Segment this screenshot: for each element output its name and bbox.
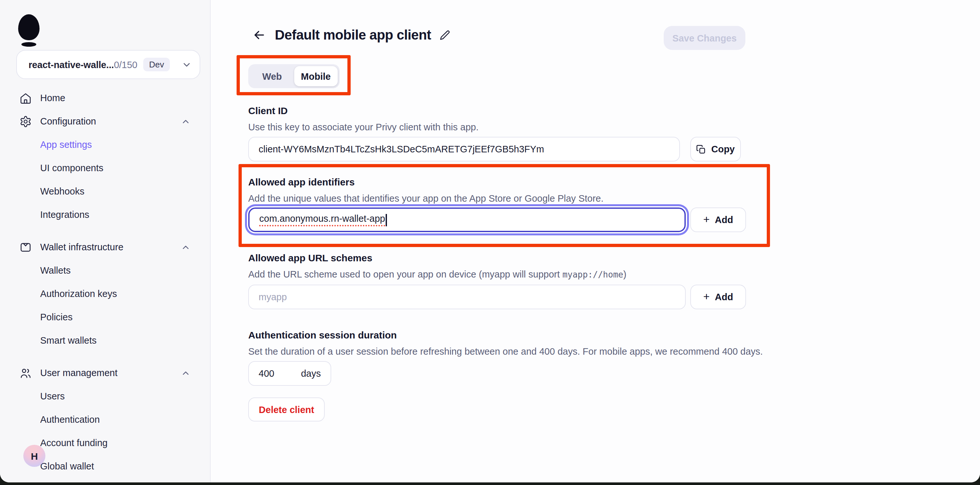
plus-icon: + xyxy=(703,214,710,225)
session-duration-label: Authentication session duration xyxy=(248,329,397,340)
privy-logo-icon xyxy=(18,14,40,47)
pencil-icon[interactable] xyxy=(439,29,450,40)
copy-button-label: Copy xyxy=(711,144,735,154)
client-id-input[interactable]: client-WY6MsMznTb4LTcZsHk3LSDeC5mARETG7j… xyxy=(248,137,680,161)
sidebar-item-authentication[interactable]: Authentication xyxy=(0,408,210,431)
sidebar-item-label: Authentication xyxy=(40,414,100,425)
save-changes-button[interactable]: Save Changes xyxy=(664,26,745,50)
app-identifier-value: com.anonymous.rn-wallet-app xyxy=(259,213,385,226)
main-content: Default mobile app client Save Changes W… xyxy=(211,0,980,482)
sidebar-item-label: Smart wallets xyxy=(40,335,97,346)
session-duration-input[interactable]: 400 days xyxy=(248,361,331,386)
tab-mobile[interactable]: Mobile xyxy=(294,66,338,86)
client-id-value: client-WY6MsMznTb4LTcZsHk3LSDeC5mARETG7j… xyxy=(259,144,544,154)
project-name: react-native-walle... xyxy=(29,59,114,70)
sidebar-item-ui-components[interactable]: UI components xyxy=(0,156,210,180)
sidebar-item-label: Home xyxy=(40,93,65,103)
session-duration-description: Set the duration of a user session befor… xyxy=(248,346,763,357)
nav-group-gap xyxy=(0,226,210,235)
sidebar-item-label: Policies xyxy=(40,312,73,322)
logo-egg-shape xyxy=(18,14,40,40)
home-icon xyxy=(19,92,32,104)
dashboard-page: react-native-walle... 0/150 Dev Home xyxy=(0,0,980,482)
text-caret xyxy=(386,214,387,226)
page-header: Default mobile app client xyxy=(252,27,450,43)
sidebar-item-app-settings[interactable]: App settings xyxy=(0,133,210,156)
sidebar-item-authorization-keys[interactable]: Authorization keys xyxy=(0,282,210,305)
url-scheme-input[interactable]: myapp xyxy=(248,285,686,309)
sidebar-item-label: Wallet infrastructure xyxy=(40,242,124,252)
url-schemes-description-text: Add the URL scheme used to open your app… xyxy=(248,269,562,279)
sidebar-item-configuration[interactable]: Configuration xyxy=(0,110,210,133)
url-scheme-placeholder: myapp xyxy=(259,292,287,302)
nav-group-gap xyxy=(0,352,210,361)
copy-button[interactable]: Copy xyxy=(690,137,741,161)
avatar-initial: H xyxy=(31,450,38,461)
client-id-label: Client ID xyxy=(248,105,288,116)
wallet-icon xyxy=(19,241,32,253)
chevron-up-icon xyxy=(181,242,191,252)
sidebar-item-label: Global wallet xyxy=(40,461,94,471)
sidebar-item-label: App settings xyxy=(40,139,92,150)
page-title: Default mobile app client xyxy=(275,27,431,43)
sidebar-nav: Home Configuration App settings UI compo… xyxy=(0,86,210,478)
sidebar-item-user-management[interactable]: User management xyxy=(0,361,210,384)
sidebar-item-webhooks[interactable]: Webhooks xyxy=(0,180,210,203)
url-schemes-description: Add the URL scheme used to open your app… xyxy=(248,269,627,279)
sidebar-item-label: Wallets xyxy=(40,265,71,276)
users-icon xyxy=(19,367,32,379)
platform-tabs: Web Mobile xyxy=(248,64,340,88)
allowed-app-identifiers-description: Add the unique values that identifies yo… xyxy=(248,193,603,204)
client-id-description: Use this key to associate your Privy cli… xyxy=(248,122,479,132)
allowed-app-identifiers-label: Allowed app identifiers xyxy=(248,176,355,187)
sidebar-item-label: User management xyxy=(40,368,118,378)
user-avatar[interactable]: H xyxy=(23,445,45,467)
add-button-label: Add xyxy=(715,215,733,225)
sidebar-item-label: UI components xyxy=(40,163,103,173)
sidebar-item-wallets[interactable]: Wallets xyxy=(0,259,210,282)
sidebar-item-label: Configuration xyxy=(40,116,96,126)
app-identifier-input[interactable]: com.anonymous.rn-wallet-app xyxy=(248,207,686,232)
add-identifier-button[interactable]: + Add xyxy=(690,207,746,232)
delete-client-button[interactable]: Delete client xyxy=(248,397,325,421)
url-scheme-example: myapp://home xyxy=(562,270,623,279)
chevron-up-icon xyxy=(181,116,191,126)
plus-icon: + xyxy=(703,291,710,302)
sidebar-item-integrations[interactable]: Integrations xyxy=(0,203,210,226)
tab-web[interactable]: Web xyxy=(250,66,294,86)
sidebar-item-users[interactable]: Users xyxy=(0,384,210,408)
url-schemes-description-close: ) xyxy=(623,269,627,279)
add-url-scheme-button[interactable]: + Add xyxy=(690,285,746,309)
project-usage-count: 0/150 xyxy=(114,59,137,70)
session-duration-value: 400 xyxy=(259,368,274,379)
sidebar-item-label: Account funding xyxy=(40,438,108,448)
sidebar-item-label: Integrations xyxy=(40,209,89,220)
sidebar-item-policies[interactable]: Policies xyxy=(0,305,210,329)
logo-dish-shape xyxy=(21,42,36,47)
sidebar-item-home[interactable]: Home xyxy=(0,86,210,110)
project-selector[interactable]: react-native-walle... 0/150 Dev xyxy=(16,50,200,79)
sidebar-item-wallet-infrastructure[interactable]: Wallet infrastructure xyxy=(0,235,210,259)
app-window: react-native-walle... 0/150 Dev Home xyxy=(0,0,980,485)
copy-icon xyxy=(697,144,706,154)
sidebar-item-smart-wallets[interactable]: Smart wallets xyxy=(0,329,210,352)
back-button[interactable] xyxy=(252,28,266,42)
chevron-up-icon xyxy=(181,368,191,378)
add-button-label: Add xyxy=(715,292,733,302)
session-duration-unit: days xyxy=(301,368,321,379)
sidebar-item-label: Webhooks xyxy=(40,186,84,196)
sidebar-item-label: Users xyxy=(40,391,65,401)
sidebar: react-native-walle... 0/150 Dev Home xyxy=(0,0,211,482)
sidebar-item-label: Authorization keys xyxy=(40,289,117,299)
gear-icon xyxy=(19,115,32,128)
url-schemes-label: Allowed app URL schemes xyxy=(248,252,372,263)
chevron-down-icon xyxy=(181,59,192,70)
environment-badge: Dev xyxy=(143,58,170,71)
